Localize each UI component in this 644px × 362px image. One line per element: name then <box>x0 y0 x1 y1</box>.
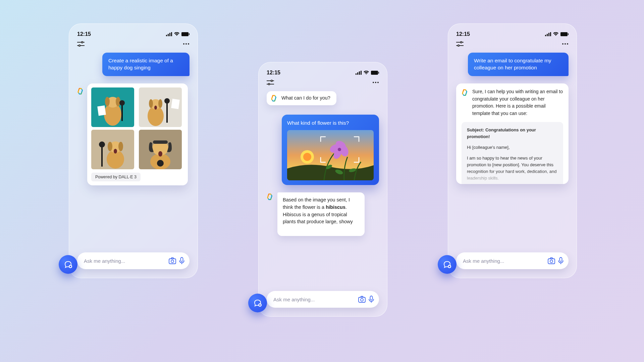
svg-rect-53 <box>361 71 362 75</box>
svg-point-92 <box>567 43 568 45</box>
svg-point-24 <box>149 99 153 108</box>
svg-rect-84 <box>560 32 568 36</box>
chat-input[interactable] <box>456 252 569 269</box>
svg-rect-81 <box>547 34 548 36</box>
phone-screen-image-gen: 12:15 Create a realistic image of <box>69 23 198 278</box>
svg-rect-47 <box>169 259 176 264</box>
new-chat-button[interactable] <box>248 294 267 312</box>
status-time: 12:15 <box>77 31 91 37</box>
svg-rect-96 <box>548 259 555 264</box>
svg-point-35 <box>114 149 117 154</box>
svg-point-57 <box>271 80 272 81</box>
email-greeting: Hi [colleague's name], <box>467 144 558 151</box>
new-chat-button[interactable] <box>59 255 77 274</box>
uploaded-image[interactable] <box>287 130 374 180</box>
svg-point-16 <box>105 97 110 106</box>
nav-bar <box>77 41 190 47</box>
camera-icon[interactable] <box>358 296 366 303</box>
svg-point-59 <box>268 83 270 85</box>
svg-point-42 <box>158 151 162 157</box>
svg-rect-2 <box>169 33 170 36</box>
new-chat-button[interactable] <box>438 255 457 274</box>
svg-rect-1 <box>168 34 169 36</box>
copilot-avatar-icon <box>462 89 469 96</box>
wifi-icon <box>364 71 369 75</box>
chat-input[interactable] <box>77 252 190 269</box>
svg-rect-20 <box>97 105 106 116</box>
phone-screen-writing: 12:15 Write an email to congratulate my … <box>448 23 577 278</box>
svg-rect-0 <box>166 35 167 36</box>
agent-reply: Based on the image you sent, I think the… <box>267 192 379 236</box>
svg-point-19 <box>119 100 125 106</box>
status-bar: 12:15 <box>456 31 569 37</box>
svg-point-78 <box>361 299 363 301</box>
svg-point-89 <box>458 45 459 46</box>
svg-point-65 <box>303 153 311 161</box>
status-icons <box>166 32 190 36</box>
status-time: 12:15 <box>267 70 280 76</box>
email-template: Subject: Congratulations on your promoti… <box>462 122 563 184</box>
svg-point-26 <box>154 106 157 110</box>
svg-rect-85 <box>568 33 569 35</box>
mic-icon[interactable] <box>558 257 564 264</box>
svg-point-33 <box>108 142 112 151</box>
user-message: Write an email to congratulate my collea… <box>468 53 569 76</box>
user-image-message: What kind of flower is this? <box>282 115 379 185</box>
settings-sliders-icon[interactable] <box>267 80 274 85</box>
svg-rect-98 <box>560 257 562 261</box>
generated-image-3[interactable] <box>91 130 134 169</box>
status-icons <box>545 32 569 36</box>
status-icons <box>356 71 379 75</box>
image-results-card: Powered by DALL·E 3 <box>87 83 188 185</box>
mic-icon[interactable] <box>179 257 185 264</box>
svg-point-48 <box>171 260 174 263</box>
svg-rect-3 <box>171 32 172 36</box>
settings-sliders-icon[interactable] <box>77 41 85 47</box>
wifi-icon <box>174 32 179 36</box>
user-question-text: What kind of flower is this? <box>287 120 374 126</box>
settings-sliders-icon[interactable] <box>456 41 464 47</box>
svg-rect-29 <box>171 99 180 109</box>
generated-image-2[interactable] <box>139 87 182 127</box>
generated-image-1[interactable] <box>91 87 134 127</box>
svg-point-90 <box>562 43 564 45</box>
chat-input-field[interactable] <box>273 297 356 302</box>
svg-rect-18 <box>121 104 123 121</box>
nav-bar <box>267 80 379 85</box>
agent-greeting: What can I do for you? <box>267 91 336 105</box>
signal-icon <box>166 32 172 36</box>
chat-input[interactable] <box>267 291 379 308</box>
svg-rect-41 <box>153 140 168 144</box>
copilot-avatar-icon <box>271 95 278 102</box>
svg-point-91 <box>565 43 566 45</box>
camera-icon[interactable] <box>548 257 555 264</box>
more-icon[interactable] <box>562 43 569 45</box>
svg-point-10 <box>183 43 184 45</box>
svg-point-7 <box>82 42 83 43</box>
svg-point-87 <box>461 42 462 43</box>
svg-rect-79 <box>370 296 373 300</box>
svg-point-11 <box>185 43 187 45</box>
generated-image-4[interactable] <box>139 130 182 169</box>
svg-rect-27 <box>166 103 168 123</box>
chat-input-field[interactable] <box>84 258 166 264</box>
battery-icon <box>181 32 190 36</box>
copilot-avatar-icon <box>77 87 85 95</box>
svg-rect-83 <box>550 32 551 36</box>
svg-point-43 <box>157 160 164 167</box>
agent-email-card: Sure, I can help you with writing an ema… <box>456 83 569 184</box>
more-icon[interactable] <box>183 43 190 45</box>
svg-point-12 <box>188 43 189 45</box>
email-subject: Subject: Congratulations on your promoti… <box>467 127 558 140</box>
svg-point-97 <box>550 260 553 263</box>
svg-rect-36 <box>101 146 103 167</box>
camera-icon[interactable] <box>169 257 176 264</box>
svg-rect-55 <box>378 72 379 74</box>
svg-point-60 <box>373 82 374 83</box>
phone-screen-vision: 12:15 What can I do for you? What kind o… <box>258 62 387 317</box>
more-icon[interactable] <box>372 81 379 83</box>
mic-icon[interactable] <box>368 296 374 303</box>
user-message: Create a realistic image of a happy dog … <box>102 53 190 76</box>
nav-bar <box>456 41 569 47</box>
chat-input-field[interactable] <box>463 258 545 264</box>
